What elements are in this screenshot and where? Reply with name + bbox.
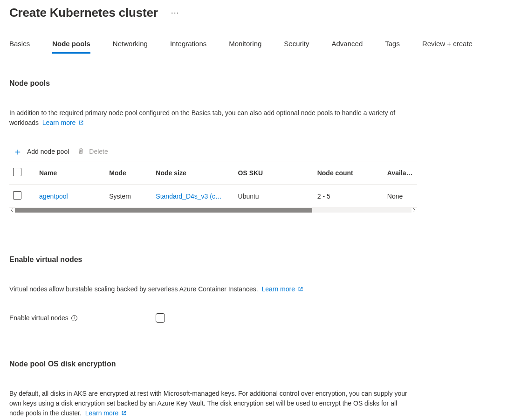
pool-size-link[interactable]: Standard_D4s_v3 (c… — [156, 193, 222, 200]
plus-icon: ＋ — [13, 147, 22, 156]
external-link-icon — [78, 118, 84, 128]
pool-name-link[interactable]: agentpool — [39, 193, 68, 200]
node-pools-learn-more-link[interactable]: Learn more — [42, 119, 84, 126]
scroll-left-arrow[interactable] — [9, 207, 15, 213]
encryption-description: By default, all disks in AKS are encrypt… — [9, 389, 410, 419]
tab-security[interactable]: Security — [284, 36, 309, 53]
node-pools-heading: Node pools — [9, 79, 519, 88]
page-title: Create Kubernetes cluster — [9, 6, 158, 20]
virtual-nodes-heading: Enable virtual nodes — [9, 255, 519, 264]
tab-integrations[interactable]: Integrations — [170, 36, 206, 53]
pool-count: 2 - 5 — [314, 185, 384, 208]
virtual-nodes-description: Virtual nodes allow burstable scaling ba… — [9, 284, 410, 295]
tabs: Basics Node pools Networking Integration… — [9, 36, 519, 53]
tab-basics[interactable]: Basics — [9, 36, 30, 53]
select-all-checkbox[interactable] — [13, 168, 21, 176]
scroll-thumb[interactable] — [15, 208, 312, 213]
horizontal-scrollbar[interactable] — [9, 207, 417, 213]
tab-review-create[interactable]: Review + create — [422, 36, 473, 53]
node-pools-toolbar: ＋ Add node pool Delete — [9, 143, 417, 161]
node-pools-description: In addition to the required primary node… — [9, 108, 410, 128]
more-icon[interactable]: ··· — [171, 8, 179, 18]
scroll-track[interactable] — [15, 208, 411, 213]
add-node-pool-button[interactable]: ＋ Add node pool — [13, 147, 69, 156]
info-icon[interactable]: i — [71, 315, 77, 321]
encryption-heading: Node pool OS disk encryption — [9, 360, 519, 368]
virtual-nodes-learn-more-link[interactable]: Learn more — [261, 285, 303, 293]
col-header-availability[interactable]: Availability zones — [384, 161, 417, 185]
pool-sku: Ubuntu — [234, 185, 314, 208]
enable-virtual-nodes-label: Enable virtual nodes i — [9, 314, 156, 322]
tab-monitoring[interactable]: Monitoring — [229, 36, 261, 53]
col-header-size[interactable]: Node size — [152, 161, 234, 185]
tab-networking[interactable]: Networking — [113, 36, 148, 53]
external-link-icon — [298, 285, 303, 295]
col-header-name[interactable]: Name — [35, 161, 105, 185]
col-header-mode[interactable]: Mode — [105, 161, 152, 185]
tab-node-pools[interactable]: Node pools — [52, 36, 90, 54]
external-link-icon — [121, 409, 127, 419]
scroll-right-arrow[interactable] — [411, 207, 417, 213]
pool-availability: None — [384, 185, 417, 208]
tab-tags[interactable]: Tags — [385, 36, 400, 53]
table-row[interactable]: agentpool System Standard_D4s_v3 (c… Ubu… — [9, 185, 417, 208]
row-checkbox[interactable] — [13, 191, 21, 200]
delete-node-pool-button: Delete — [77, 147, 108, 156]
col-header-count[interactable]: Node count — [314, 161, 384, 185]
col-header-sku[interactable]: OS SKU — [234, 161, 314, 185]
enable-virtual-nodes-checkbox[interactable] — [156, 313, 165, 323]
tab-advanced[interactable]: Advanced — [332, 36, 363, 53]
trash-icon — [77, 147, 84, 156]
encryption-learn-more-link[interactable]: Learn more — [85, 409, 127, 417]
node-pools-table: Name Mode Node size OS SKU Node count Av… — [9, 161, 417, 208]
pool-mode: System — [105, 185, 152, 208]
